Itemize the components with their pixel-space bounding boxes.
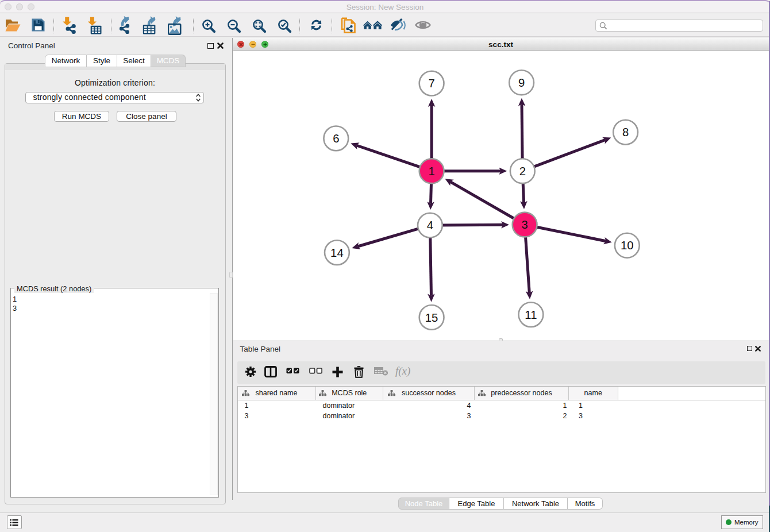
svg-text:8: 8 (622, 126, 628, 138)
svg-text:10: 10 (621, 239, 634, 252)
svg-text:9: 9 (518, 76, 524, 88)
svg-text:3: 3 (521, 218, 528, 231)
svg-text:14: 14 (330, 246, 344, 259)
svg-text:4: 4 (426, 219, 433, 232)
svg-text:1: 1 (428, 164, 434, 177)
svg-text:6: 6 (333, 132, 339, 145)
svg-text:2: 2 (519, 164, 525, 177)
svg-text:11: 11 (525, 308, 537, 321)
svg-text:15: 15 (425, 311, 438, 323)
svg-text:7: 7 (428, 77, 434, 90)
